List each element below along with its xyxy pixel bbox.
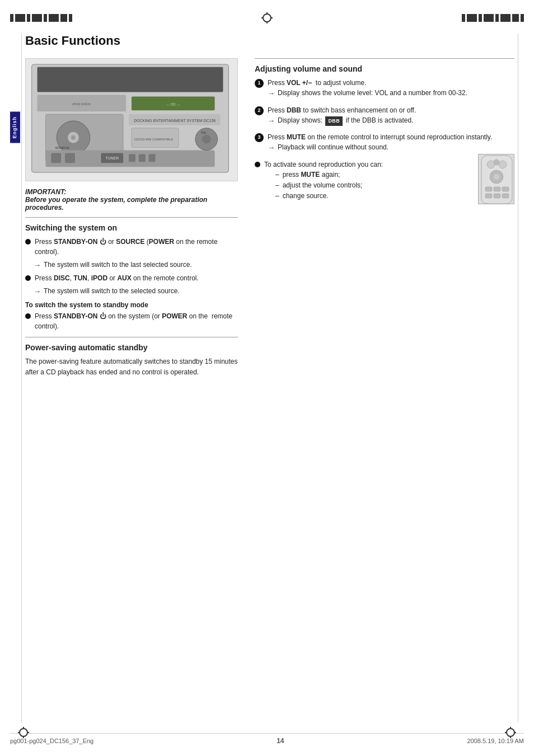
adjusting-heading: Adjusting volume and sound bbox=[255, 64, 514, 73]
device-image: DOCKING ENTERTAINMENT SYSTEM DC156 TUNER… bbox=[25, 58, 238, 181]
dbb-arrow-1: → Display shows: DBB if the DBB is activ… bbox=[268, 115, 416, 126]
svg-text:CD/CD-RW COMPATIBLE: CD/CD-RW COMPATIBLE bbox=[134, 138, 174, 141]
dash-item-1: – press MUTE again; bbox=[275, 170, 474, 180]
arrow-text: The system will switch to the selected s… bbox=[44, 286, 180, 296]
arrow-icon: → bbox=[268, 142, 275, 153]
adjusting-item-3: 3 Press MUTE on the remote control to in… bbox=[255, 132, 514, 155]
bullet-dot-4 bbox=[255, 162, 260, 167]
bar-segment-right bbox=[462, 14, 524, 22]
section-divider-adjusting-top bbox=[255, 58, 514, 59]
bar-segment-left bbox=[10, 14, 72, 22]
svg-rect-14 bbox=[139, 154, 146, 162]
important-text: Before you operate the system, complete … bbox=[25, 196, 238, 212]
page-title: Basic Functions bbox=[25, 34, 514, 48]
left-border-line bbox=[21, 34, 22, 722]
svg-rect-37 bbox=[502, 194, 509, 198]
power-saving-heading: Power-saving automatic standby bbox=[25, 343, 238, 352]
bullet-text-2: Press DISC, TUN, iPOD or AUX on the remo… bbox=[35, 273, 238, 283]
standby-subheading: To switch the system to standby mode bbox=[25, 301, 238, 309]
bar-block bbox=[10, 14, 13, 22]
bar-block bbox=[462, 14, 465, 22]
svg-point-28 bbox=[499, 161, 507, 168]
vol-arrow-1: → Display shows the volume level: VOL an… bbox=[268, 88, 467, 99]
bottom-bar: pg001-pg024_DC156_37_Eng 14 2008.5.19, 1… bbox=[10, 733, 524, 745]
adjusting-text-1: Press VOL +/− to adjust volume. → Displa… bbox=[268, 78, 467, 101]
svg-rect-10 bbox=[65, 153, 75, 163]
bar-block bbox=[495, 14, 499, 22]
language-tab: English bbox=[10, 112, 20, 143]
switching-bullet-1: Press STANDBY-ON ⏻ or SOURCE (POWER on t… bbox=[25, 237, 238, 257]
adjusting-item-2: 2 Press DBB to switch bass enhancement o… bbox=[255, 105, 514, 128]
dash-char: – bbox=[275, 191, 279, 201]
adjusting-text-4: To activate sound reproduction you can: … bbox=[264, 159, 514, 204]
switching-bullet-2: Press DISC, TUN, iPOD or AUX on the remo… bbox=[25, 273, 238, 283]
remote-svg bbox=[479, 154, 514, 204]
adjusting-item-1: 1 Press VOL +/− to adjust volume. → Disp… bbox=[255, 78, 514, 101]
switching-heading: Switching the system on bbox=[25, 223, 238, 232]
bar-block bbox=[32, 14, 42, 22]
bar-block bbox=[15, 14, 25, 22]
right-border-line bbox=[518, 34, 518, 722]
dash-item-3: – change source. bbox=[275, 191, 474, 201]
svg-rect-35 bbox=[485, 194, 492, 198]
bullet-dot bbox=[25, 239, 31, 245]
top-decorative-bar bbox=[0, 10, 534, 26]
svg-rect-36 bbox=[494, 194, 500, 198]
arrow-text: Playback will continue without sound. bbox=[278, 142, 388, 152]
bar-block bbox=[521, 14, 524, 22]
svg-text:TUNER: TUNER bbox=[105, 156, 119, 160]
standby-bullet: Press STANDBY-ON ⏻ on the system (or POW… bbox=[25, 311, 238, 331]
svg-point-5 bbox=[71, 135, 76, 140]
footer-left: pg001-pg024_DC156_37_Eng bbox=[10, 738, 93, 744]
svg-rect-32 bbox=[485, 187, 492, 191]
crosshair-icon bbox=[260, 11, 274, 25]
adjusting-text-2: Press DBB to switch bass enhancement on … bbox=[268, 105, 416, 128]
switching-bullet-2-arrow: → The system will switch to the selected… bbox=[34, 286, 238, 297]
svg-text:DOCKING ENTERTAINMENT SYSTEM D: DOCKING ENTERTAINMENT SYSTEM DC156 bbox=[134, 119, 216, 123]
svg-point-20 bbox=[202, 135, 211, 144]
important-notice: IMPORTANT: Before you operate the system… bbox=[25, 188, 238, 212]
section-divider-power bbox=[25, 337, 238, 337]
device-illustration: DOCKING ENTERTAINMENT SYSTEM DC156 TUNER… bbox=[26, 59, 237, 181]
bar-block bbox=[484, 14, 494, 22]
dash-item-2: – adjust the volume controls; bbox=[275, 180, 474, 191]
mute-arrow-1: → Playback will continue without sound. bbox=[268, 142, 492, 153]
bar-block bbox=[69, 14, 72, 22]
dash-text-1: press MUTE again; bbox=[283, 170, 340, 180]
num-circle-2: 2 bbox=[255, 106, 264, 115]
svg-rect-9 bbox=[51, 153, 61, 163]
dash-char: – bbox=[275, 180, 279, 191]
page-content: Basic Functions DOC bbox=[25, 34, 514, 722]
num-circle-3: 3 bbox=[255, 133, 264, 142]
footer-right: 2008.5.19, 10:19 AM bbox=[467, 738, 524, 744]
arrow-icon: → bbox=[34, 260, 41, 271]
svg-rect-13 bbox=[129, 154, 135, 162]
svg-text:VOL: VOL bbox=[201, 132, 207, 134]
arrow-text: The system will switch to the last selec… bbox=[44, 260, 192, 270]
bullet-text-1: Press STANDBY-ON ⏻ or SOURCE (POWER on t… bbox=[35, 237, 238, 257]
switching-bullet-1-arrow: → The system will switch to the last sel… bbox=[34, 260, 238, 271]
svg-rect-1 bbox=[38, 67, 223, 92]
bullet-dot bbox=[25, 313, 31, 319]
adjusting-text-3: Press MUTE on the remote control to inte… bbox=[268, 132, 492, 155]
arrow-text: Display shows: DBB if the DBB is activat… bbox=[278, 115, 413, 126]
bar-block bbox=[512, 14, 519, 22]
bar-block bbox=[467, 14, 477, 22]
two-column-layout: DOCKING ENTERTAINMENT SYSTEM DC156 TUNER… bbox=[25, 58, 514, 378]
section-divider-switching bbox=[25, 217, 238, 218]
dash-text-2: adjust the volume controls; bbox=[283, 180, 363, 191]
num-circle-1: 1 bbox=[255, 79, 264, 88]
svg-point-29 bbox=[494, 159, 499, 165]
standby-text: Press STANDBY-ON ⏻ on the system (or POW… bbox=[35, 311, 238, 331]
svg-rect-15 bbox=[149, 154, 156, 162]
svg-point-31 bbox=[494, 174, 499, 180]
dash-char: – bbox=[275, 170, 279, 180]
dbb-badge: DBB bbox=[325, 116, 343, 126]
bar-block bbox=[500, 14, 510, 22]
important-label: IMPORTANT: bbox=[25, 188, 238, 196]
power-saving-text: The power-saving feature automatically s… bbox=[25, 356, 238, 378]
bar-block bbox=[49, 14, 59, 22]
remote-control-image bbox=[478, 154, 514, 204]
arrow-text: Display shows the volume level: VOL and … bbox=[278, 88, 467, 98]
svg-rect-33 bbox=[494, 187, 500, 191]
